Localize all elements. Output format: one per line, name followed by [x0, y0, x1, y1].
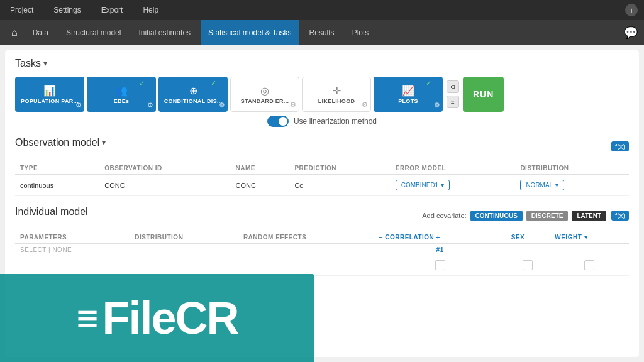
- obs-fx-button[interactable]: f(x): [611, 141, 629, 151]
- indiv-col-distribution: DISTRIBUTION: [130, 231, 238, 244]
- info-icon[interactable]: i: [625, 4, 638, 16]
- obs-col-prediction: PREDICTION: [289, 162, 390, 175]
- task-plots[interactable]: ✓ 📈 PLOTS ⚙: [374, 77, 443, 112]
- obs-col-name: NAME: [231, 162, 290, 175]
- task-conditional-dis[interactable]: ✓ ⊕ CONDITIONAL DIS... ⚙: [158, 77, 228, 112]
- covariate-discrete-button[interactable]: DISCRETE: [526, 211, 569, 221]
- covariate-continuous-button[interactable]: CONTINUOUS: [470, 211, 523, 221]
- nav-data[interactable]: Data: [25, 20, 56, 45]
- conditional-dis-icon: ⊕: [189, 85, 197, 97]
- tasks-dropdown-arrow[interactable]: ▾: [43, 59, 47, 68]
- indiv-col-weight: WEIGHT ▾: [550, 231, 629, 244]
- indiv-rand-1: [238, 256, 374, 276]
- task-likelihood[interactable]: ✛ LIKELIHOOD ⚙: [302, 77, 371, 112]
- obs-type-cell: continuous: [15, 175, 99, 196]
- observation-table: TYPE OBSERVATION ID NAME PREDICTION ERRO…: [15, 162, 629, 196]
- indiv-param-1: [15, 256, 130, 276]
- indiv-subrow-weight: [550, 244, 629, 256]
- nav-plots[interactable]: Plots: [345, 20, 377, 45]
- nav-initial-estimates[interactable]: Initial estimates: [131, 20, 198, 45]
- indiv-weight-1: [550, 256, 629, 276]
- nav-statistical-model[interactable]: Statistical model & Tasks: [201, 20, 299, 45]
- extra-gear-button[interactable]: ⚙: [447, 80, 459, 93]
- conditional-dis-settings-icon[interactable]: ⚙: [219, 101, 225, 109]
- indiv-fx-button[interactable]: f(x): [611, 211, 629, 221]
- indiv-title: Individual model: [15, 206, 88, 217]
- obs-dropdown-arrow[interactable]: ▾: [102, 138, 106, 147]
- tasks-title: Tasks ▾: [15, 58, 629, 69]
- conditional-dis-check-icon: ✓: [211, 79, 216, 87]
- weight-checkbox-1[interactable]: [584, 260, 594, 270]
- obs-col-error-model: ERROR MODEL: [391, 162, 516, 175]
- indiv-col-parameters: PARAMETERS: [15, 231, 130, 244]
- population-par-settings-icon[interactable]: ⚙: [75, 101, 82, 109]
- indiv-subrow-select: Select | None: [15, 244, 130, 256]
- task-population-par[interactable]: 📊 POPULATION PAR... ⚙: [15, 77, 84, 112]
- covariate-row: Add covariate: CONTINUOUS DISCRETE LATEN…: [422, 211, 606, 221]
- tasks-inner: 📊 POPULATION PAR... ⚙ ✓ 👥 EBEs ⚙ ✓ ⊕ CON…: [15, 77, 629, 112]
- run-button[interactable]: RUN: [463, 77, 504, 112]
- task-ebes[interactable]: ✓ 👥 EBEs ⚙: [87, 77, 156, 112]
- indiv-subrow-hash: #1: [374, 244, 506, 256]
- menu-project[interactable]: Project: [6, 3, 37, 17]
- indiv-table-row-1: [15, 256, 629, 276]
- obs-header: Observation model ▾ f(x): [15, 137, 629, 156]
- likelihood-icon: ✛: [333, 85, 341, 97]
- indiv-sex-1: [506, 256, 550, 276]
- tasks-section: Tasks ▾ 📊 POPULATION PAR... ⚙ ✓ 👥 EBEs ⚙…: [15, 58, 629, 127]
- correlation-checkbox-1[interactable]: [435, 260, 445, 270]
- indiv-subrow-empty2: [238, 244, 374, 256]
- distribution-dropdown[interactable]: NORMAL ▾: [520, 180, 564, 190]
- sex-checkbox-1[interactable]: [523, 260, 533, 270]
- indiv-subrow-empty1: [130, 244, 238, 256]
- linearization-row: Use linearization method: [15, 116, 629, 127]
- population-par-icon: 📊: [43, 85, 56, 97]
- correlation-minus-icon[interactable]: −: [379, 234, 383, 241]
- obs-col-type: TYPE: [15, 162, 99, 175]
- indiv-subrow-sex: [506, 244, 550, 256]
- menu-settings[interactable]: Settings: [50, 3, 84, 17]
- nav-structural-model[interactable]: Structural model: [58, 20, 128, 45]
- ebes-check-icon: ✓: [139, 79, 145, 87]
- covariate-latent-button[interactable]: LATENT: [572, 211, 606, 221]
- individual-model-table: PARAMETERS DISTRIBUTION RANDOM EFFECTS −…: [15, 231, 629, 276]
- indiv-header: Individual model Add covariate: CONTINUO…: [15, 206, 629, 225]
- extra-settings-group: ⚙ ≡: [445, 80, 460, 108]
- standard-er-settings-icon[interactable]: ⚙: [290, 101, 296, 109]
- menu-bar: Project Settings Export Help i: [0, 0, 644, 20]
- add-covariate-label: Add covariate:: [422, 212, 466, 219]
- obs-distribution-cell: NORMAL ▾: [515, 175, 629, 196]
- individual-model-section: Individual model Add covariate: CONTINUO…: [15, 206, 629, 276]
- correlation-plus-icon[interactable]: +: [436, 234, 440, 241]
- obs-name-cell: CONC: [231, 175, 290, 196]
- nav-results[interactable]: Results: [302, 20, 342, 45]
- obs-prediction-cell: Cc: [289, 175, 390, 196]
- ebes-settings-icon[interactable]: ⚙: [147, 101, 153, 109]
- obs-title: Observation model ▾: [15, 137, 106, 148]
- task-standard-er[interactable]: ◎ STANDARD ER... ⚙: [230, 77, 299, 112]
- likelihood-settings-icon[interactable]: ⚙: [362, 101, 368, 109]
- linearization-label: Use linearization method: [294, 117, 377, 126]
- home-icon[interactable]: ⌂: [6, 25, 23, 41]
- menu-export[interactable]: Export: [97, 3, 127, 17]
- obs-table-row: continuous CONC CONC Cc COMBINED1 ▾ NORM…: [15, 175, 629, 196]
- main-content: Tasks ▾ 📊 POPULATION PAR... ⚙ ✓ 👥 EBEs ⚙…: [5, 50, 639, 357]
- menu-help[interactable]: Help: [139, 3, 162, 17]
- observation-model-section: Observation model ▾ f(x) TYPE OBSERVATIO…: [15, 137, 629, 196]
- extra-list-button[interactable]: ≡: [447, 96, 459, 108]
- plots-icon: 📈: [402, 85, 414, 97]
- nav-bar: ⌂ Data Structural model Initial estimate…: [0, 20, 644, 45]
- obs-error-model-cell: COMBINED1 ▾: [391, 175, 516, 196]
- plots-settings-icon[interactable]: ⚙: [434, 101, 440, 109]
- obs-col-distribution: DISTRIBUTION: [515, 162, 629, 175]
- linearization-toggle[interactable]: [267, 116, 289, 127]
- chat-icon[interactable]: 💬: [624, 26, 638, 40]
- correlation-label: CORRELATION: [385, 234, 434, 241]
- indiv-col-correlation: − CORRELATION +: [374, 231, 506, 244]
- obs-observation-id-cell: CONC: [99, 175, 230, 196]
- error-model-dropdown[interactable]: COMBINED1 ▾: [396, 180, 450, 190]
- indiv-col-sex: SEX: [506, 231, 550, 244]
- plots-check-icon: ✓: [426, 79, 431, 87]
- ebes-icon: 👥: [115, 85, 128, 97]
- indiv-dist-1: [130, 256, 238, 276]
